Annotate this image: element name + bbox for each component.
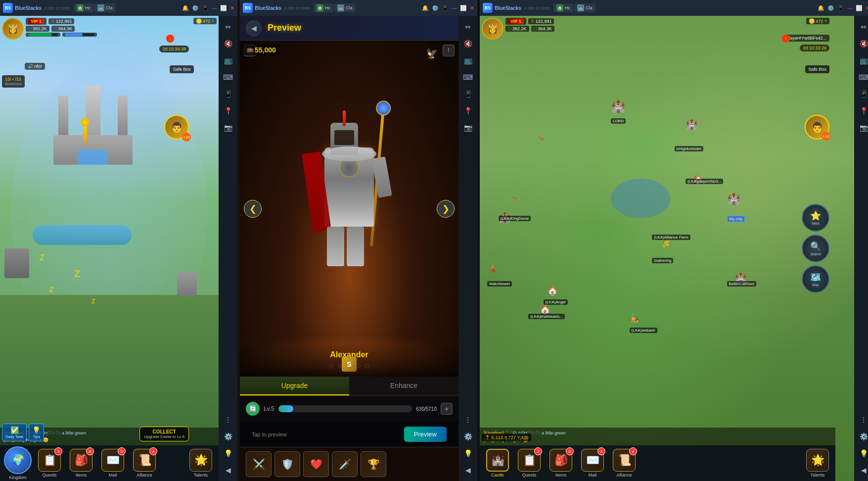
location-icon-3[interactable]: 📍 (857, 104, 868, 118)
phone2-icon-3[interactable]: 📱 (857, 87, 868, 101)
prev-hero-btn[interactable]: ❮ (244, 200, 262, 218)
avatar-3[interactable]: 👸 (482, 18, 503, 40)
light-icon-1[interactable]: 💡 (221, 446, 235, 460)
gear-icon-3[interactable]: ⚙️ (857, 430, 868, 443)
collect-banner-1[interactable]: COLLECT Upgrade Castle to Lv 6 (139, 427, 189, 441)
keyboard-icon-3[interactable]: ⌨ (857, 70, 868, 84)
upgrade-section: 🔄 Lv.5 630/5710 + (240, 396, 458, 422)
skill-2[interactable]: 🛡️ (274, 451, 300, 477)
minimize-icon-3[interactable]: — (847, 5, 853, 11)
screen-icon-2[interactable]: 📺 (461, 53, 475, 67)
skill-1[interactable]: ⚔️ (246, 451, 272, 477)
maximize-icon-1[interactable]: ⬜ (220, 5, 227, 11)
expand-icon-1[interactable]: ⇔ (221, 20, 235, 34)
settings-icon-3[interactable]: ⚙️ (827, 5, 834, 11)
minimize-icon-2[interactable]: — (452, 5, 457, 11)
upgrade-tab[interactable]: Upgrade (240, 377, 349, 395)
volume-icon-2[interactable]: 🔇 (461, 37, 475, 50)
skill-3[interactable]: ❤️ (303, 451, 329, 477)
location-icon-2[interactable]: 📍 (461, 104, 475, 118)
bs-tab-clash-3[interactable]: 🏰 Cla (574, 3, 595, 12)
skill-5[interactable]: 🏆 (361, 451, 386, 477)
tips-btn-1[interactable]: 💡 Tips (29, 424, 44, 441)
light-icon-2[interactable]: 💡 (461, 446, 475, 460)
nav-alliance-1[interactable]: 📜 4 Alliance (130, 449, 159, 478)
bell-icon-3[interactable]: 🔔 (818, 5, 824, 11)
nav-quests-3[interactable]: 📋 2 Quests (514, 449, 544, 478)
mark-btn[interactable]: ⭐ Mark (802, 204, 829, 232)
map-btn[interactable]: 🗺️ Map (802, 265, 829, 293)
right-sidebar-1: ⇔ 🔇 📺 ⌨ 📱 📍 📷 ⋮ ⚙️ 💡 ◀ (219, 16, 237, 481)
nav-talents-3[interactable]: 🌟 Talents (803, 449, 832, 478)
close-icon-3[interactable]: ✕ (866, 5, 868, 11)
camera2-icon-3[interactable]: 📷 (857, 121, 868, 135)
nav-kingdom-1[interactable]: 🌍 Kingdom (3, 446, 33, 480)
back-arrow-icon-2[interactable]: ◀ (461, 463, 475, 477)
phone2-icon-1[interactable]: 📱 (221, 87, 235, 101)
close-icon-1[interactable]: ✕ (230, 5, 234, 11)
castle-scene[interactable] (0, 16, 219, 481)
phone-icon-1[interactable]: 📱 (202, 5, 209, 11)
enhance-tab[interactable]: Enhance (349, 377, 458, 395)
maximize-icon-2[interactable]: ⬜ (460, 5, 467, 11)
dots-icon-1[interactable]: ⋮ (221, 413, 235, 427)
skill-4[interactable]: 🗡️ (332, 451, 358, 477)
light-icon-3[interactable]: 💡 (857, 446, 868, 460)
nav-castle-3[interactable]: 🏰 Castle (483, 449, 512, 478)
search-btn[interactable]: 🔍 Search (802, 235, 829, 262)
screen-icon-1[interactable]: 📺 (221, 53, 235, 67)
expand-icon-3[interactable]: ⇔ (857, 20, 868, 34)
nav-mail-1[interactable]: ✉️ 3 Mail (98, 449, 128, 478)
back-arrow-icon-3[interactable]: ◀ (857, 463, 868, 477)
nav-items-3[interactable]: 🎒 8 Items (546, 449, 576, 478)
gear-icon-1[interactable]: ⚙️ (221, 430, 235, 443)
phone2-icon-2[interactable]: 📱 (461, 87, 475, 101)
portrait-1[interactable]: 👨 +10 (164, 115, 189, 140)
gear-icon-2[interactable]: ⚙️ (461, 430, 475, 443)
bell-icon-1[interactable]: 🔔 (182, 5, 189, 11)
camera2-icon-2[interactable]: 📷 (461, 121, 475, 135)
bs-tab-home-1[interactable]: 🏠 Hc (74, 3, 93, 12)
close-icon-2[interactable]: ✕ (470, 5, 474, 11)
dots-icon-3[interactable]: ⋮ (857, 413, 868, 427)
camera2-icon-1[interactable]: 📷 (221, 121, 235, 135)
location-icon-1[interactable]: 📍 (221, 104, 235, 118)
portrait-3[interactable]: 👨 +10 (805, 115, 829, 140)
bs-tab-home-3[interactable]: 🏠 Hc (553, 3, 573, 12)
bs-tab-home-2[interactable]: 🏠 Hc (314, 3, 333, 12)
next-hero-btn[interactable]: ❯ (437, 200, 455, 218)
screen-icon-3[interactable]: 📺 (857, 53, 868, 67)
keyboard-icon-1[interactable]: ⌨ (221, 70, 235, 84)
phone-icon-2[interactable]: 📱 (442, 5, 449, 11)
map-game-area[interactable]: 🏰 🏰 🏰 🏠 🏰 🌾 🗼 🏠 🏰 🏕️ 🏠 → → LORD ichigoku… (480, 16, 854, 481)
bell-icon-2[interactable]: 🔔 (422, 5, 429, 11)
back-arrow-icon-1[interactable]: ◀ (221, 463, 235, 477)
info-btn[interactable]: ! (443, 45, 455, 56)
bs-tab-clash-1[interactable]: 🏰 Cla (94, 3, 116, 12)
keyboard-icon-2[interactable]: ⌨ (461, 70, 475, 84)
bs-tab-clash-icon-3: 🏰 (577, 4, 584, 11)
map-background[interactable]: 🏰 🏰 🏰 🏠 🏰 🌾 🗼 🏠 🏰 🏕️ 🏠 → → (480, 16, 854, 481)
dots-icon-2[interactable]: ⋮ (461, 413, 475, 427)
minimize-icon-1[interactable]: — (212, 5, 217, 11)
phone-icon-3[interactable]: 📱 (837, 5, 844, 11)
nav-quests-1[interactable]: 📋 2 Quests (35, 449, 64, 478)
safe-box-1[interactable]: Safe Box (170, 65, 194, 73)
bs-tab-clash-2[interactable]: 🏰 Cla (334, 3, 356, 12)
expand-icon-2[interactable]: ⇔ (461, 20, 475, 34)
settings-icon-1[interactable]: ⚙️ (192, 5, 199, 11)
volume-icon-1[interactable]: 🔇 (221, 37, 235, 50)
daily-task-btn-1[interactable]: ✅ Daily Task (2, 424, 27, 441)
safe-box-3[interactable]: Safe Box (805, 65, 829, 73)
nav-alliance-3[interactable]: 📜 4 Alliance (609, 449, 639, 478)
nav-items-1[interactable]: 🎒 8 Items (66, 449, 96, 478)
maximize-icon-3[interactable]: ⬜ (856, 5, 863, 11)
avatar-1[interactable]: 👸 (2, 18, 24, 40)
volume-icon-3[interactable]: 🔇 (857, 37, 868, 50)
level-plus-btn[interactable]: + (441, 403, 453, 415)
back-btn[interactable]: ◀ (246, 20, 262, 36)
preview-btn[interactable]: Preview (404, 427, 447, 442)
nav-talents-1[interactable]: 🌟 Talents (186, 449, 216, 478)
nav-mail-3[interactable]: ✉️ 3 Mail (578, 449, 607, 478)
settings-icon-2[interactable]: ⚙️ (432, 5, 439, 11)
